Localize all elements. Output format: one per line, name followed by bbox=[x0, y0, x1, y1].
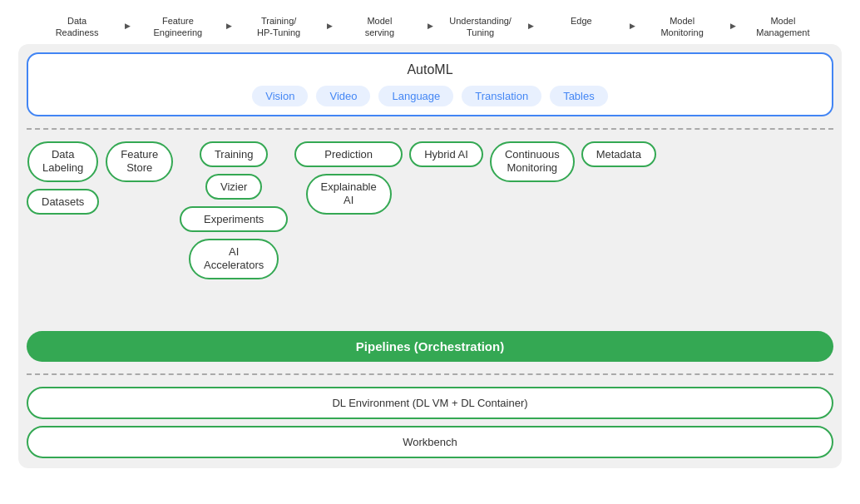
col-prediction: Prediction ExplainableAI bbox=[294, 141, 403, 215]
main-area: AutoML Vision Video Language Translation… bbox=[18, 44, 842, 468]
chip-language: Language bbox=[378, 86, 453, 106]
label-data-readiness: DataReadiness bbox=[27, 15, 127, 39]
chip-vision: Vision bbox=[252, 86, 308, 106]
label-model-monitoring: ModelMonitoring bbox=[632, 15, 733, 39]
pill-explainable-ai: ExplainableAI bbox=[306, 174, 392, 215]
automl-box: AutoML Vision Video Language Translation… bbox=[27, 52, 833, 116]
pill-datasets: Datasets bbox=[27, 189, 99, 215]
diagram-container: DataReadiness FeatureEngineering Trainin… bbox=[18, 15, 842, 489]
automl-title: AutoML bbox=[42, 62, 818, 77]
label-training-hp: Training/HP-Tuning bbox=[229, 15, 329, 39]
pill-hybrid-ai: Hybrid AI bbox=[409, 141, 483, 167]
col-data-labeling: DataLabeling Datasets bbox=[27, 141, 99, 215]
chip-translation: Translation bbox=[462, 86, 541, 106]
label-model-serving: Modelserving bbox=[329, 15, 430, 39]
pill-data-labeling: DataLabeling bbox=[27, 141, 98, 183]
pill-workbench: Workbench bbox=[27, 426, 833, 458]
components-row1: DataLabeling Datasets FeatureStore Train… bbox=[27, 141, 833, 280]
col-hybrid-ai: Hybrid AI bbox=[409, 141, 483, 167]
components-area: DataLabeling Datasets FeatureStore Train… bbox=[27, 141, 833, 324]
chip-tables: Tables bbox=[550, 86, 608, 106]
col-metadata: Metadata bbox=[581, 141, 656, 167]
label-feature-engineering: FeatureEngineering bbox=[127, 15, 228, 39]
bottom-section: DL Environment (DL VM + DL Container) Wo… bbox=[27, 387, 833, 458]
label-model-management: ModelManagement bbox=[733, 15, 833, 39]
pill-ai-accelerators: AIAccelerators bbox=[189, 239, 279, 280]
pill-experiments: Experiments bbox=[180, 206, 288, 232]
pill-training: Training bbox=[200, 141, 268, 167]
pill-feature-store: FeatureStore bbox=[106, 141, 173, 183]
automl-chips: Vision Video Language Translation Tables bbox=[42, 86, 818, 106]
dashed-separator-bottom bbox=[27, 373, 833, 375]
pill-prediction: Prediction bbox=[294, 141, 403, 167]
dashed-separator-top bbox=[27, 128, 833, 130]
pill-continuous-monitoring: ContinuousMonitoring bbox=[490, 141, 575, 183]
label-edge: Edge bbox=[531, 15, 631, 39]
pill-dl-environment: DL Environment (DL VM + DL Container) bbox=[27, 387, 833, 419]
label-understanding: Understanding/Tuning bbox=[430, 15, 531, 39]
col-continuous-monitoring: ContinuousMonitoring bbox=[490, 141, 575, 183]
col-feature-store: FeatureStore bbox=[106, 141, 173, 183]
chip-video: Video bbox=[316, 86, 370, 106]
col-training: Training Vizier Experiments AIAccelerato… bbox=[180, 141, 288, 280]
pipelines-bar: Pipelines (Orchestration) bbox=[27, 331, 833, 362]
pill-vizier: Vizier bbox=[205, 174, 262, 200]
pipeline-labels: DataReadiness FeatureEngineering Trainin… bbox=[18, 15, 842, 39]
pill-metadata: Metadata bbox=[581, 141, 656, 167]
